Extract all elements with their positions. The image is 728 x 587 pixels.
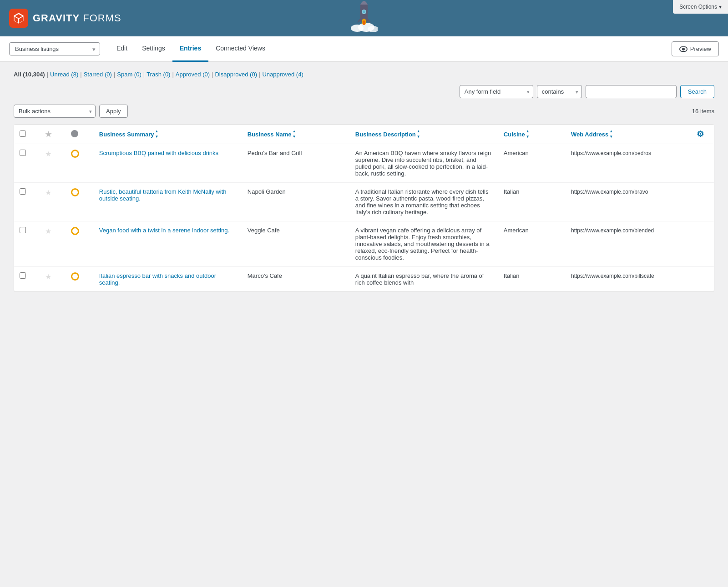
- main-content: All (10,304) | Unread (8) | Starred (0) …: [0, 62, 728, 587]
- entry-cuisine: Italian: [504, 272, 520, 279]
- filter-trash[interactable]: Trash (0): [147, 71, 170, 78]
- entries-table: ★ Business Summary ▲ ▼: [14, 125, 714, 291]
- row-summary-cell: Vegan food with a twist in a serene indo…: [94, 221, 242, 267]
- row-gear-cell: [687, 221, 714, 267]
- entry-cuisine: American: [504, 227, 529, 234]
- nav-link-settings[interactable]: Settings: [135, 36, 172, 62]
- entry-description: An American BBQ haven where smoky flavor…: [355, 150, 491, 177]
- nav-link-connected-views[interactable]: Connected Views: [208, 36, 273, 62]
- row-summary-cell: Scrumptious BBQ paired with delicious dr…: [94, 144, 242, 183]
- row-checkbox-cell: [14, 144, 40, 183]
- status-dot[interactable]: [71, 272, 79, 281]
- status-dot[interactable]: [71, 227, 79, 235]
- entry-web-address: https://www.example.com/billscafe: [571, 273, 654, 279]
- entry-web-address: https://www.example.com/pedros: [571, 150, 651, 156]
- col-header-summary[interactable]: Business Summary ▲ ▼: [94, 125, 242, 144]
- entry-summary-link[interactable]: Italian espresso bar with snacks and out…: [99, 272, 216, 286]
- status-dot[interactable]: [71, 150, 79, 158]
- row-summary-cell: Italian espresso bar with snacks and out…: [94, 267, 242, 292]
- filter-starred[interactable]: Starred (0): [84, 71, 112, 78]
- entry-name: Napoli Garden: [248, 188, 286, 195]
- entry-summary-link[interactable]: Vegan food with a twist in a serene indo…: [99, 227, 229, 234]
- col-header-check: [14, 125, 40, 144]
- entry-summary-link[interactable]: Scrumptious BBQ paired with delicious dr…: [99, 150, 218, 156]
- row-star-cell: ★: [40, 221, 65, 267]
- row-web-cell: https://www.example.com/blended: [566, 221, 687, 267]
- row-status-cell: [66, 221, 94, 267]
- filter-all[interactable]: All (10,304): [14, 71, 45, 78]
- filter-disapproved[interactable]: Disapproved (0): [215, 71, 257, 78]
- entry-cuisine: Italian: [504, 188, 520, 195]
- row-star-cell: ★: [40, 183, 65, 221]
- gravity-forms-logo-svg: [12, 12, 25, 25]
- desc-sort-arrows: ▲ ▼: [417, 130, 420, 139]
- col-header-name[interactable]: Business Name ▲ ▼: [242, 125, 350, 144]
- condition-select[interactable]: contains is is not starts with ends with: [537, 85, 582, 98]
- field-select-wrap: Any form field Business Summary Business…: [460, 85, 533, 98]
- nav-bar: Business listings Edit Settings Entries …: [0, 36, 728, 62]
- row-summary-cell: Rustic, beautiful trattoria from Keith M…: [94, 183, 242, 221]
- row-description-cell: A vibrant vegan cafe offering a deliciou…: [350, 221, 498, 267]
- col-header-cuisine[interactable]: Cuisine ▲ ▼: [498, 125, 566, 144]
- entry-summary-link[interactable]: Rustic, beautiful trattoria from Keith M…: [99, 188, 227, 202]
- nav-link-edit[interactable]: Edit: [109, 36, 135, 62]
- entry-name: Marco's Cafe: [248, 272, 282, 279]
- condition-select-wrap: contains is is not starts with ends with: [537, 85, 582, 98]
- nav-links: Edit Settings Entries Connected Views: [109, 36, 273, 62]
- select-all-checkbox[interactable]: [20, 130, 26, 137]
- row-cuisine-cell: Italian: [498, 267, 566, 292]
- entry-name: Veggie Cafe: [248, 227, 280, 234]
- col-header-description[interactable]: Business Description ▲ ▼: [350, 125, 498, 144]
- filter-unapproved[interactable]: Unapproved (4): [262, 71, 303, 78]
- bulk-select[interactable]: Bulk actions Mark as Read Mark as Unread…: [14, 105, 96, 118]
- row-web-cell: https://www.example.com/pedros: [566, 144, 687, 183]
- star-icon[interactable]: ★: [45, 150, 51, 158]
- row-checkbox[interactable]: [20, 188, 26, 195]
- col-header-gear: ⚙: [687, 125, 714, 144]
- star-icon[interactable]: ★: [45, 227, 51, 235]
- entry-description: A quaint Italian espresso bar, where the…: [355, 272, 484, 286]
- header: GRAVITY FORMS Screen Options: [0, 0, 728, 36]
- row-status-cell: [66, 183, 94, 221]
- logo-text: GRAVITY FORMS: [33, 12, 121, 24]
- row-checkbox-cell: [14, 221, 40, 267]
- filter-unread[interactable]: Unread (8): [50, 71, 78, 78]
- table-row: ★ Vegan food with a twist in a serene in…: [14, 221, 714, 267]
- row-star-cell: ★: [40, 144, 65, 183]
- table-row: ★ Italian espresso bar with snacks and o…: [14, 267, 714, 292]
- nav-link-entries[interactable]: Entries: [172, 36, 208, 62]
- table-body: ★ Scrumptious BBQ paired with delicious …: [14, 144, 714, 292]
- col-header-web[interactable]: Web Address ▲ ▼: [566, 125, 687, 144]
- search-button[interactable]: Search: [680, 85, 714, 98]
- row-cuisine-cell: American: [498, 144, 566, 183]
- screen-options-button[interactable]: Screen Options ▾: [673, 0, 728, 14]
- filter-links: All (10,304) | Unread (8) | Starred (0) …: [14, 71, 714, 78]
- preview-button[interactable]: Preview: [672, 41, 719, 56]
- row-checkbox[interactable]: [20, 227, 26, 233]
- row-checkbox[interactable]: [20, 150, 26, 156]
- filter-spam[interactable]: Spam (0): [117, 71, 142, 78]
- table-row: ★ Rustic, beautiful trattoria from Keith…: [14, 183, 714, 221]
- summary-sort-arrows: ▲ ▼: [155, 130, 158, 139]
- status-dot[interactable]: [71, 188, 79, 196]
- entry-description: A traditional Italian ristorante where e…: [355, 188, 489, 216]
- items-count: 16 items: [692, 108, 714, 115]
- form-selector[interactable]: Business listings: [9, 42, 100, 55]
- field-select[interactable]: Any form field Business Summary Business…: [460, 85, 533, 98]
- filter-approved[interactable]: Approved (0): [176, 71, 210, 78]
- row-checkbox-cell: [14, 267, 40, 292]
- entry-name: Pedro's Bar and Grill: [248, 150, 302, 156]
- row-status-cell: [66, 144, 94, 183]
- search-input[interactable]: [586, 85, 677, 98]
- web-sort-arrows: ▲ ▼: [609, 130, 613, 139]
- apply-button[interactable]: Apply: [99, 105, 128, 118]
- cuisine-sort-arrows: ▲ ▼: [526, 130, 530, 139]
- name-sort-arrows: ▲ ▼: [293, 130, 296, 139]
- star-icon[interactable]: ★: [45, 189, 51, 196]
- preview-icon: [679, 46, 688, 52]
- entry-web-address: https://www.example.com/bravo: [571, 189, 648, 195]
- entry-web-address: https://www.example.com/blended: [571, 227, 654, 234]
- settings-gear-icon[interactable]: ⚙: [697, 129, 704, 139]
- row-checkbox[interactable]: [20, 272, 26, 279]
- star-icon[interactable]: ★: [45, 273, 51, 281]
